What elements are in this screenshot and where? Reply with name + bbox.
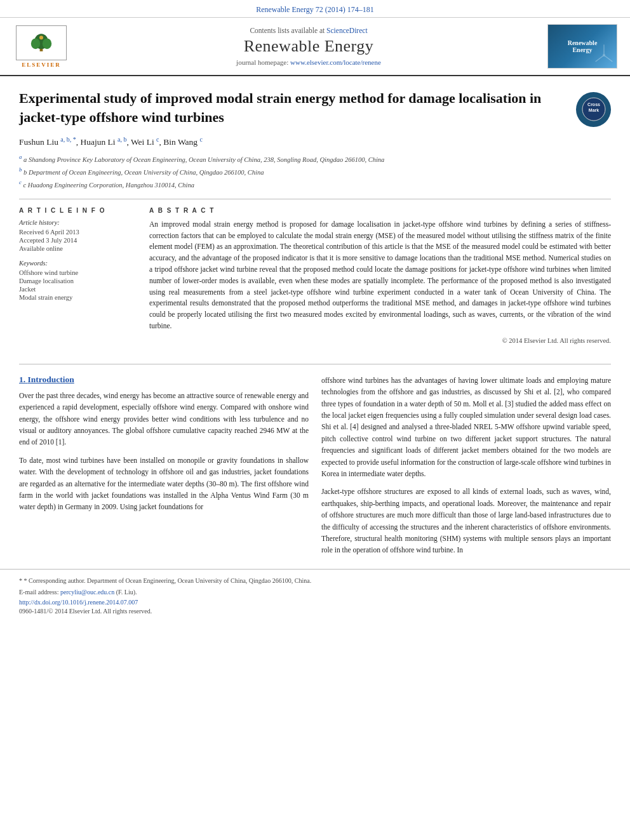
keyword-2: Damage localisation xyxy=(19,277,137,284)
history-label: Article history: xyxy=(19,219,137,226)
keywords-label: Keywords: xyxy=(19,260,137,267)
keyword-1: Offshore wind turbine xyxy=(19,269,137,276)
section1-para1: Over the past three decades, wind energy… xyxy=(19,390,309,448)
abstract-section: A B S T R A C T An improved modal strain… xyxy=(149,207,611,344)
article-info-panel: A R T I C L E I N F O Article history: R… xyxy=(19,207,137,344)
renewable-logo-text: RenewableEnergy xyxy=(568,39,598,53)
svg-point-4 xyxy=(39,36,43,39)
crossmark-icon: Cross Mark xyxy=(581,97,607,123)
svg-line-8 xyxy=(596,55,604,62)
copyright: © 2014 Elsevier Ltd. All rights reserved… xyxy=(149,337,611,344)
keyword-4: Modal strain energy xyxy=(19,294,137,301)
svg-text:Mark: Mark xyxy=(588,108,598,112)
journal-homepage: journal homepage: www.elsevier.com/locat… xyxy=(70,58,547,66)
article-content: Experimental study of improved modal str… xyxy=(0,76,630,354)
journal-citation: Renewable Energy 72 (2014) 174–181 xyxy=(256,5,374,14)
svg-point-2 xyxy=(31,38,40,49)
email-link[interactable]: percyliu@ouc.edu.cn xyxy=(60,589,114,596)
author-bin: Bin Wang c xyxy=(163,137,203,147)
body-col-right: offshore wind turbines has the advantage… xyxy=(321,375,611,563)
affiliation-a: a a Shandong Province Key Laboratory of … xyxy=(19,152,611,165)
author-huajun: Huajun Li a, b, xyxy=(80,137,130,147)
journal-title: Renewable Energy xyxy=(70,37,547,56)
journal-top-bar: Renewable Energy 72 (2014) 174–181 xyxy=(0,0,630,18)
journal-header: ELSEVIER Contents lists available at Sci… xyxy=(0,18,630,76)
footnote-corresponding: * * Corresponding author. Department of … xyxy=(19,576,611,585)
renewable-energy-logo: RenewableEnergy xyxy=(547,24,617,69)
article-info-heading: A R T I C L E I N F O xyxy=(19,207,137,214)
crossmark-svg: Cross Mark xyxy=(581,97,607,122)
doi-line: http://dx.doi.org/10.1016/j.renene.2014.… xyxy=(19,599,611,606)
article-history: Article history: Received 6 April 2013 A… xyxy=(19,219,137,252)
section1-right-para1: offshore wind turbines has the advantage… xyxy=(321,375,611,480)
title-crossmark-area: Experimental study of improved modal str… xyxy=(19,89,611,135)
section1-para2: To date, most wind turbines have been in… xyxy=(19,455,309,513)
crossmark-logo: Cross Mark xyxy=(576,92,611,127)
issn-line: 0960-1481/© 2014 Elsevier Ltd. All right… xyxy=(19,608,611,615)
affiliation-c: c c Huadong Engineering Corporation, Han… xyxy=(19,178,611,190)
elsevier-logo-box xyxy=(16,25,67,60)
footnote-email: E-mail address: percyliu@ouc.edu.cn (F. … xyxy=(19,587,611,597)
accepted-date: Accepted 3 July 2014 xyxy=(19,237,137,244)
section1-right-para2: Jacket-type offshore structures are expo… xyxy=(321,486,611,556)
article-info-abstract: A R T I C L E I N F O Article history: R… xyxy=(19,199,611,344)
keywords-section: Keywords: Offshore wind turbine Damage l… xyxy=(19,260,137,301)
affiliation-b: b b Department of Ocean Engineering, Oce… xyxy=(19,165,611,178)
doi-link[interactable]: http://dx.doi.org/10.1016/j.renene.2014.… xyxy=(19,599,138,606)
abstract-heading: A B S T R A C T xyxy=(149,207,611,214)
sciencedirect-link[interactable]: ScienceDirect xyxy=(326,27,368,34)
renewable-logo-box: RenewableEnergy xyxy=(547,24,617,69)
affiliations: a a Shandong Province Key Laboratory of … xyxy=(19,152,611,191)
homepage-link[interactable]: www.elsevier.com/locate/renene xyxy=(290,58,381,66)
body-content: 1. Introduction Over the past three deca… xyxy=(0,375,630,563)
article-footer: * * Corresponding author. Department of … xyxy=(0,569,630,620)
elsevier-logo: ELSEVIER xyxy=(13,25,70,68)
available-online: Available online xyxy=(19,245,137,252)
elsevier-brand: ELSEVIER xyxy=(22,62,61,68)
elsevier-tree-icon xyxy=(25,33,57,52)
author-wei: Wei Li c, xyxy=(131,137,163,147)
svg-text:Cross: Cross xyxy=(587,102,600,107)
abstract-text: An improved modal strain energy method i… xyxy=(149,219,611,332)
svg-point-3 xyxy=(43,38,51,49)
article-title: Experimental study of improved modal str… xyxy=(19,89,566,126)
body-col-left: 1. Introduction Over the past three deca… xyxy=(19,375,309,563)
footnote-star-symbol: * xyxy=(19,577,24,584)
contents-available: Contents lists available at ScienceDirec… xyxy=(70,27,547,34)
keyword-3: Jacket xyxy=(19,286,137,293)
received-date: Received 6 April 2013 xyxy=(19,229,137,236)
article-title-block: Experimental study of improved modal str… xyxy=(19,89,576,135)
section1-heading: 1. Introduction xyxy=(19,375,309,385)
author-fushun: Fushun Liu a, b, *, xyxy=(19,137,80,147)
svg-line-7 xyxy=(604,55,612,62)
journal-header-center: Contents lists available at ScienceDirec… xyxy=(70,27,547,66)
authors-line: Fushun Liu a, b, *, Huajun Li a, b, Wei … xyxy=(19,135,611,147)
section-divider xyxy=(19,364,611,364)
